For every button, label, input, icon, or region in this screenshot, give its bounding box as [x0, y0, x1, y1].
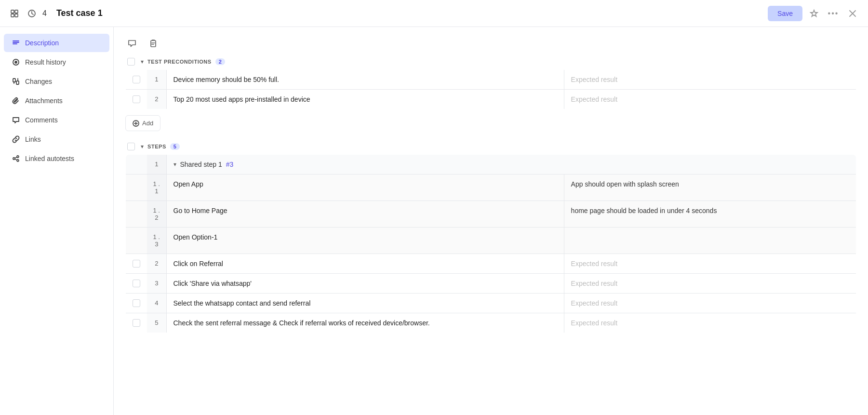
row-check-cell	[126, 294, 147, 313]
table-row: 2 Top 20 most used apps pre-installed in…	[126, 90, 856, 109]
sub-step-check-cell	[126, 228, 147, 254]
sub-step-content[interactable]: Open Option-1	[166, 228, 564, 254]
table-row: 1 Device memory should be 50% full. Expe…	[126, 70, 856, 90]
sidebar-item-linked-autotests[interactable]: Linked autotests	[4, 149, 109, 168]
content-area: ▾ TEST PRECONDITIONS 2 1 Device memory s…	[114, 27, 868, 415]
sidebar-item-attachments[interactable]: Attachments	[4, 92, 109, 110]
steps-title: STEPS	[147, 144, 166, 149]
table-row: 4 Select the whatsapp contact and send r…	[126, 294, 856, 313]
shared-step-number: 1	[147, 155, 166, 174]
preconditions-title: TEST PRECONDITIONS	[147, 59, 212, 65]
table-row: 2 Click on Referral Expected result	[126, 254, 856, 274]
steps-table: 1 ▾ Shared step 1 #3 1 . 1	[125, 154, 856, 333]
row-checkbox[interactable]	[133, 95, 140, 103]
row-check-cell	[126, 70, 147, 90]
sub-step-row: 1 . 1 Open App App should open with spla…	[126, 174, 856, 201]
row-number: 4	[147, 294, 166, 313]
description-icon	[12, 39, 20, 47]
close-button[interactable]	[845, 6, 860, 21]
row-checkbox[interactable]	[133, 280, 140, 287]
row-checkbox[interactable]	[133, 319, 140, 327]
shared-step-toggle[interactable]: ▾	[174, 161, 176, 168]
table-row: 3 Click 'Share via whatsapp' Expected re…	[126, 274, 856, 294]
row-checkbox[interactable]	[133, 260, 140, 268]
sub-step-row: 1 . 2 Go to Home Page home page should b…	[126, 201, 856, 228]
row-checkbox[interactable]	[133, 299, 140, 307]
sub-step-number: 1 . 3	[147, 228, 166, 254]
shared-step-row: 1 ▾ Shared step 1 #3	[126, 155, 856, 174]
svg-line-15	[15, 157, 17, 158]
history-icon[interactable]	[25, 7, 39, 20]
title-input[interactable]	[53, 6, 762, 20]
more-options-button[interactable]: •••	[826, 6, 841, 21]
sidebar-item-comments[interactable]: Comments	[4, 111, 109, 129]
row-expected[interactable]: Expected result	[564, 254, 856, 274]
svg-point-9	[15, 61, 17, 63]
row-content[interactable]: Device memory should be 50% full.	[166, 70, 564, 90]
row-number: 3	[147, 274, 166, 294]
sub-step-content[interactable]: Open App	[166, 174, 564, 201]
row-content[interactable]: Top 20 most used apps pre-installed in d…	[166, 90, 564, 109]
shared-step-link[interactable]: #3	[226, 161, 234, 168]
table-row: 5 Check the sent referral message & Chec…	[126, 313, 856, 333]
svg-point-12	[13, 158, 15, 160]
content-toolbar	[125, 37, 856, 58]
row-expected[interactable]: Expected result	[564, 313, 856, 333]
sub-step-expected[interactable]	[564, 228, 856, 254]
shared-step-content: ▾ Shared step 1 #3	[166, 155, 856, 174]
sidebar-label-attachments: Attachments	[25, 97, 63, 105]
svg-rect-17	[151, 40, 156, 47]
steps-toggle[interactable]: ▾	[141, 143, 144, 150]
sidebar-item-links[interactable]: Links	[4, 130, 109, 148]
sub-step-expected[interactable]: App should open with splash screen	[564, 174, 856, 201]
preconditions-add-button[interactable]: Add	[125, 115, 160, 131]
preconditions-table: 1 Device memory should be 50% full. Expe…	[125, 69, 856, 109]
row-checkbox[interactable]	[133, 76, 140, 83]
row-expected[interactable]: Expected result	[564, 294, 856, 313]
steps-badge: 5	[170, 143, 180, 150]
comment-toolbar-icon[interactable]	[125, 37, 139, 50]
row-content[interactable]: Select the whatsapp contact and send ref…	[166, 294, 564, 313]
sub-step-check-cell	[126, 201, 147, 228]
svg-line-16	[15, 159, 17, 160]
row-content[interactable]: Click 'Share via whatsapp'	[166, 274, 564, 294]
row-check-cell	[126, 313, 147, 333]
preconditions-select-all[interactable]	[127, 58, 135, 66]
sidebar-label-comments: Comments	[25, 116, 58, 124]
row-check-cell	[126, 254, 147, 274]
app-container: 4 Save •••	[0, 0, 868, 415]
row-expected[interactable]: Expected result	[564, 70, 856, 90]
sidebar-label-description: Description	[25, 39, 59, 47]
sub-step-number: 1 . 1	[147, 174, 166, 201]
row-expected[interactable]: Expected result	[564, 274, 856, 294]
steps-select-all[interactable]	[127, 143, 135, 150]
sidebar-item-description[interactable]: Description	[4, 34, 109, 52]
row-content[interactable]: Click on Referral	[166, 254, 564, 274]
svg-point-14	[17, 160, 19, 161]
preconditions-header: ▾ TEST PRECONDITIONS 2	[125, 58, 856, 66]
sub-step-content[interactable]: Go to Home Page	[166, 201, 564, 228]
menu-icon[interactable]	[8, 7, 21, 20]
favorite-button[interactable]	[806, 6, 822, 21]
row-number: 1	[147, 70, 166, 90]
row-check-cell	[126, 274, 147, 294]
sub-step-number: 1 . 2	[147, 201, 166, 228]
comments-icon	[12, 116, 20, 124]
save-button[interactable]: Save	[768, 6, 802, 21]
top-bar-actions: Save •••	[768, 6, 860, 21]
sub-step-expected[interactable]: home page should be loaded in under 4 se…	[564, 201, 856, 228]
sub-step-check-cell	[126, 174, 147, 201]
shared-step-header: ▾ Shared step 1 #3	[174, 161, 850, 168]
top-bar-left-icons: 4	[8, 7, 47, 20]
row-expected[interactable]: Expected result	[564, 90, 856, 109]
preconditions-toggle[interactable]: ▾	[141, 58, 144, 65]
sidebar-item-result-history[interactable]: Result history	[4, 53, 109, 71]
main-layout: Description Result history Changes	[0, 27, 868, 415]
top-bar: 4 Save •••	[0, 0, 868, 27]
sidebar-item-changes[interactable]: Changes	[4, 72, 109, 91]
row-number: 2	[147, 254, 166, 274]
row-content[interactable]: Check the sent referral message & Check …	[166, 313, 564, 333]
sidebar-label-changes: Changes	[25, 78, 52, 85]
clipboard-toolbar-icon[interactable]	[147, 37, 160, 50]
sidebar: Description Result history Changes	[0, 27, 114, 415]
